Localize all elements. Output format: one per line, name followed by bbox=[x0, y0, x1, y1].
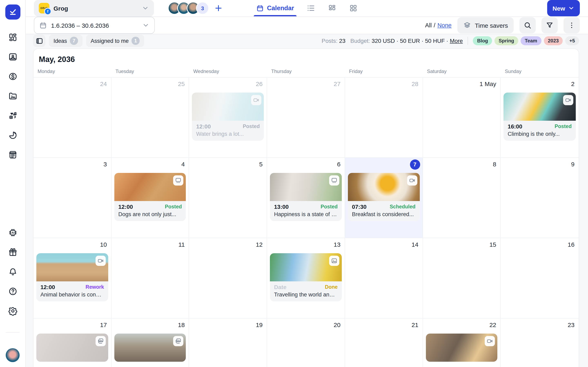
date-range-selector[interactable]: 1.6.2036 – 30.6.2036 bbox=[34, 17, 155, 34]
label-tag[interactable]: 2023 bbox=[544, 36, 563, 45]
ideas-label: Ideas bbox=[53, 38, 67, 44]
post-card[interactable]: 13:00PostedHappiness is a state of mind.… bbox=[270, 173, 342, 221]
analytics-icon[interactable] bbox=[8, 131, 17, 140]
post-time: 12:00 bbox=[118, 203, 133, 210]
dashboard-icon[interactable] bbox=[8, 33, 17, 42]
calendar-cell[interactable]: 21 bbox=[345, 318, 423, 367]
notes-icon[interactable] bbox=[8, 150, 17, 159]
calendar-cell[interactable]: 1 May bbox=[423, 77, 501, 157]
post-card[interactable]: 12:00ReworkAnimal behavior is considere.… bbox=[36, 253, 108, 301]
calendar-cell[interactable]: 2612:00PostedWater brings a lot... bbox=[189, 77, 267, 157]
tab-list-view-icon[interactable] bbox=[306, 4, 315, 13]
calendar-cell[interactable]: 16 bbox=[501, 238, 579, 318]
post-meta: 12:00PostedWater brings a lot... bbox=[192, 121, 264, 141]
post-card[interactable]: 07:30ScheduledBreakfast is considered... bbox=[348, 173, 420, 221]
notifications-bell-icon[interactable] bbox=[8, 267, 17, 276]
cell-date: 26 bbox=[189, 77, 267, 91]
calendar-cell[interactable]: 13DateDoneTravelling the world and exp..… bbox=[267, 238, 345, 318]
calendar-cell[interactable]: 20 bbox=[267, 318, 345, 367]
tab-feed-view-icon[interactable] bbox=[328, 4, 337, 13]
post-status-badge: Posted bbox=[555, 124, 572, 129]
calendar-cell[interactable]: 1012:00ReworkAnimal behavior is consider… bbox=[34, 238, 111, 318]
calendar-cell[interactable]: 11 bbox=[111, 238, 189, 318]
calendar-cell[interactable]: 14 bbox=[345, 238, 423, 318]
select-none-link[interactable]: None bbox=[437, 22, 451, 29]
member-avatars[interactable]: 3 bbox=[168, 2, 209, 15]
post-card[interactable] bbox=[36, 334, 108, 362]
calendar-grid: 24252612:00PostedWater brings a lot...27… bbox=[34, 77, 579, 367]
select-all-link[interactable]: All bbox=[425, 22, 432, 29]
post-card[interactable] bbox=[426, 334, 497, 362]
cell-date: 3 bbox=[34, 158, 111, 171]
main-area: GRxG f Grog 3 Calendar bbox=[26, 0, 588, 367]
chips-bar: Ideas 7 Assigned to me 1 Posts: 23 Budge… bbox=[33, 35, 579, 47]
calendar-cell[interactable]: 216:00PostedClimbing is the only... bbox=[501, 77, 579, 157]
cell-date: 9 bbox=[501, 158, 579, 171]
calendar-cell[interactable]: 707:30ScheduledBreakfast is considered..… bbox=[345, 157, 423, 238]
assigned-count-badge: 1 bbox=[131, 37, 140, 45]
help-icon[interactable] bbox=[8, 287, 17, 296]
settings-gear-icon[interactable] bbox=[8, 306, 17, 316]
calendar-cell[interactable]: 9 bbox=[501, 157, 579, 238]
post-card[interactable]: 12:00PostedDogs are not only just... bbox=[114, 173, 186, 221]
assigned-to-me-chip[interactable]: Assigned to me 1 bbox=[86, 35, 144, 47]
tab-grid-view-icon[interactable] bbox=[349, 4, 358, 13]
new-post-button[interactable]: New bbox=[547, 0, 580, 16]
post-status-badge: Posted bbox=[165, 204, 182, 210]
calendar-cell[interactable]: 18 bbox=[111, 318, 189, 367]
filter-button[interactable] bbox=[541, 17, 558, 33]
calendar-cell[interactable]: 17 bbox=[34, 318, 111, 367]
calendar-cell[interactable]: 25 bbox=[111, 77, 189, 157]
album-icon bbox=[95, 336, 105, 346]
billing-icon[interactable] bbox=[8, 72, 17, 81]
calendar-cell[interactable]: 22 bbox=[423, 318, 501, 367]
post-card[interactable]: 12:00PostedWater brings a lot... bbox=[192, 92, 264, 141]
ideas-chip[interactable]: Ideas 7 bbox=[49, 35, 82, 47]
weekday-label: Monday bbox=[34, 68, 111, 77]
weekday-label: Wednesday bbox=[189, 68, 267, 77]
calendar-cell[interactable]: 5 bbox=[189, 157, 267, 238]
contacts-icon[interactable] bbox=[8, 52, 17, 62]
add-member-plus-icon[interactable] bbox=[214, 4, 223, 13]
workspace-selector[interactable]: GRxG f Grog bbox=[34, 0, 154, 16]
calendar-cell[interactable]: 8 bbox=[423, 157, 501, 238]
video-icon bbox=[485, 336, 495, 346]
calendar-cell[interactable]: 412:00PostedDogs are not only just... bbox=[111, 157, 189, 238]
calendar-cell[interactable]: 19 bbox=[189, 318, 267, 367]
label-tag[interactable]: Team bbox=[521, 36, 541, 45]
more-options-button[interactable] bbox=[563, 17, 580, 33]
ai-assistant-icon[interactable]: AI bbox=[8, 228, 17, 237]
cell-date: 24 bbox=[34, 77, 111, 91]
post-image bbox=[426, 334, 497, 362]
content-types-icon[interactable] bbox=[8, 111, 17, 120]
calendar-cell[interactable]: 27 bbox=[267, 77, 345, 157]
calendar-cell[interactable]: 12 bbox=[189, 238, 267, 318]
rail-nav-top bbox=[8, 33, 17, 159]
gift-icon[interactable] bbox=[8, 248, 17, 257]
label-tag[interactable]: Blog bbox=[473, 36, 492, 45]
post-image bbox=[270, 253, 342, 281]
post-card[interactable]: 16:00PostedClimbing is the only... bbox=[504, 92, 576, 141]
label-tag[interactable]: Spring bbox=[494, 36, 518, 45]
media-library-icon[interactable] bbox=[8, 91, 17, 101]
sidebar-toggle-button[interactable] bbox=[33, 35, 45, 47]
calendar-cell[interactable]: 613:00PostedHappiness is a state of mind… bbox=[267, 157, 345, 238]
cell-date: 14 bbox=[345, 238, 423, 252]
cell-date: 4 bbox=[111, 158, 189, 171]
budget-more-link[interactable]: More bbox=[450, 38, 463, 44]
tab-calendar[interactable]: Calendar bbox=[256, 0, 294, 16]
time-savers-button[interactable]: Time savers bbox=[457, 17, 514, 33]
rail-divider bbox=[6, 332, 20, 333]
calendar-cell[interactable]: 23 bbox=[501, 318, 579, 367]
label-tag[interactable]: +5 bbox=[565, 36, 579, 45]
calendar-cell[interactable]: 3 bbox=[34, 157, 111, 238]
search-button[interactable] bbox=[519, 17, 536, 33]
calendar-cell[interactable]: 15 bbox=[423, 238, 501, 318]
calendar-cell[interactable]: 24 bbox=[34, 77, 111, 157]
user-avatar[interactable] bbox=[6, 348, 20, 362]
post-card[interactable] bbox=[114, 334, 186, 362]
calendar-cell[interactable]: 28 bbox=[345, 77, 423, 157]
post-card[interactable]: DateDoneTravelling the world and exp... bbox=[270, 253, 342, 301]
app-logo-icon[interactable] bbox=[5, 4, 20, 20]
member-count-badge[interactable]: 3 bbox=[196, 2, 209, 15]
